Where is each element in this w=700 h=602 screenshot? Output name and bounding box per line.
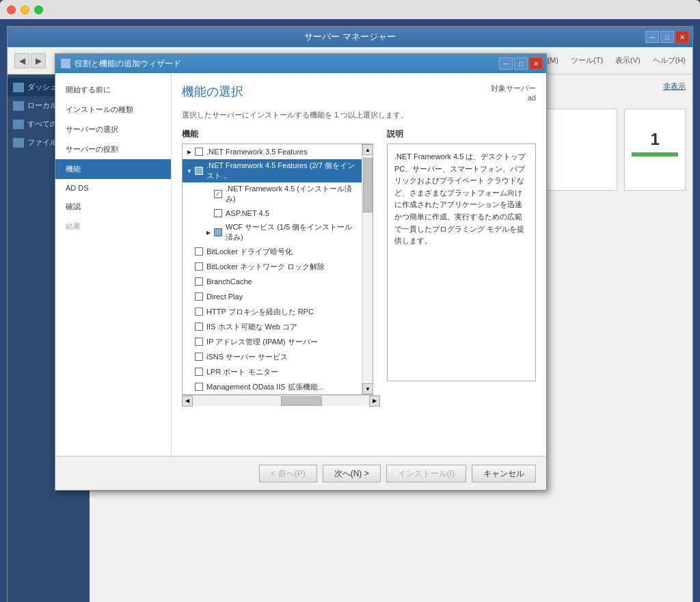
wizard-nav-adds[interactable]: AD DS: [55, 179, 171, 197]
feature-label-bitlocker: BitLocker ドライブ暗号化: [206, 247, 293, 257]
checkbox-aspnet45[interactable]: [214, 209, 222, 217]
wizard-nav-server-select[interactable]: サーバーの選択: [55, 120, 171, 139]
scroll-thumb[interactable]: [363, 158, 373, 213]
wizard-footer: < 前へ(P) 次へ(N) > インストール(I) キャンセル: [55, 456, 546, 490]
wizard-icon: [61, 59, 70, 68]
checkbox-net45-base[interactable]: ✓: [214, 190, 222, 198]
wizard-nav-features[interactable]: 機能: [55, 159, 171, 179]
wizard-nav-results[interactable]: 結果: [55, 217, 171, 236]
feature-label-ipam: IP アドレス管理 (IPAM) サーバー: [206, 337, 318, 347]
target-server-value: ad: [528, 94, 536, 102]
forward-button[interactable]: ▶: [31, 53, 46, 68]
feature-item-net35[interactable]: ▶ .NET Framework 3.5 Features: [183, 144, 362, 159]
scroll-right-button[interactable]: ▶: [369, 396, 380, 407]
wizard-nav-before-start[interactable]: 開始する前に: [55, 80, 171, 100]
checkbox-wcf[interactable]: [214, 228, 222, 236]
description-section: 説明 .NET Framework 4.5 は、デスクトップ PC、サーバー、ス…: [387, 128, 536, 381]
expand-wcf[interactable]: ▶: [204, 228, 213, 236]
feature-item-iis-core[interactable]: ▶ IIS ホスト可能な Web コア: [183, 319, 362, 334]
feature-item-bitlocker[interactable]: ▶ BitLocker ドライブ暗号化: [183, 244, 362, 259]
h-scroll-thumb[interactable]: [281, 396, 322, 406]
wizard-nav-install-type[interactable]: インストールの種類: [55, 100, 171, 120]
feature-panel-wrapper: 機能 ▶ .NET Framework 3.5 Features: [182, 128, 536, 381]
wizard-title: 役割と機能の追加ウィザード: [75, 58, 181, 70]
checkbox-branchcache[interactable]: [195, 277, 203, 286]
expand-net35[interactable]: ▶: [185, 148, 193, 156]
checkbox-iis-core[interactable]: [195, 323, 203, 331]
mac-close-button[interactable]: [7, 5, 16, 14]
wizard-window-controls: ─ □ ✕: [499, 57, 543, 70]
scroll-left-button[interactable]: ◀: [182, 396, 193, 407]
feature-label-isns: iSNS サーバー サービス: [206, 352, 288, 362]
checkbox-isns[interactable]: [195, 353, 203, 361]
back-button[interactable]: ◀: [14, 53, 29, 68]
checkbox-lpr[interactable]: [195, 368, 203, 376]
checkbox-net45[interactable]: [195, 167, 203, 175]
sm-close-button[interactable]: ✕: [675, 31, 689, 43]
feature-item-branchcache[interactable]: ▶ BranchCache: [183, 274, 362, 289]
feature-label-directplay: Direct Play: [206, 292, 243, 301]
feature-list: ▶ .NET Framework 3.5 Features ▼ .NET Fra…: [183, 144, 362, 394]
checkbox-directplay[interactable]: [195, 292, 203, 301]
wizard-body: 開始する前に インストールの種類 サーバーの選択 サーバーの役割 機能 AD D…: [55, 73, 546, 456]
feature-label-net35: .NET Framework 3.5 Features: [206, 148, 308, 156]
wizard-restore-button[interactable]: □: [514, 57, 528, 70]
checkbox-mgmt-odata[interactable]: [195, 383, 203, 391]
feature-item-ipam[interactable]: ▶ IP アドレス管理 (IPAM) サーバー: [183, 334, 362, 349]
feature-section-header: 機能: [182, 128, 380, 140]
checkbox-ipam[interactable]: [195, 338, 203, 346]
feature-item-lpr[interactable]: ▶ LPR ポート モニター: [183, 364, 362, 379]
dashboard-icon: [13, 83, 24, 92]
checkbox-bitlocker[interactable]: [195, 247, 203, 256]
checkbox-bitlocker-network[interactable]: [195, 262, 203, 271]
feature-label-net45: .NET Framework 4.5 Features (2/7 個をインスト.…: [206, 161, 359, 181]
feature-item-wcf[interactable]: ▶ WCF サービス (1/5 個をインストール済み): [183, 221, 362, 244]
server-manager-titlebar: サーバー マネージャー ─ □ ✕: [8, 27, 692, 47]
feature-list-container: ▶ .NET Framework 3.5 Features ▼ .NET Fra…: [182, 143, 373, 395]
feature-horizontal-scrollbar[interactable]: ◀ ▶: [182, 395, 380, 406]
menu-view[interactable]: 表示(V): [615, 55, 641, 66]
wizard-nav-confirm[interactable]: 確認: [55, 197, 171, 217]
progress-bar: [632, 152, 678, 156]
feature-label-aspnet45: ASP.NET 4.5: [226, 209, 269, 217]
install-button[interactable]: インストール(I): [386, 465, 466, 482]
feature-item-isns[interactable]: ▶ iSNS サーバー サービス: [183, 349, 362, 364]
wizard-minimize-button[interactable]: ─: [499, 57, 513, 70]
feature-item-bitlocker-network[interactable]: ▶ BitLocker ネットワーク ロック解除: [183, 259, 362, 274]
wizard-dialog: 役割と機能の追加ウィザード ─ □ ✕ 開始する前に インストールの種類 サーバ…: [55, 53, 547, 491]
sm-restore-button[interactable]: □: [660, 31, 674, 43]
sm-minimize-button[interactable]: ─: [645, 31, 659, 43]
feature-label-iis-core: IIS ホスト可能な Web コア: [206, 322, 297, 332]
next-button[interactable]: 次へ(N) >: [323, 465, 381, 482]
scroll-up-button[interactable]: ▲: [362, 144, 373, 155]
checkbox-http-proxy-rpc[interactable]: [195, 307, 203, 316]
wizard-titlebar: 役割と機能の追加ウィザード ─ □ ✕: [55, 54, 546, 73]
menu-help[interactable]: ヘルプ(H): [653, 55, 686, 66]
feature-item-net45[interactable]: ▼ .NET Framework 4.5 Features (2/7 個をインス…: [183, 159, 362, 182]
target-server-info: 対象サーバー ad: [491, 83, 536, 102]
checkbox-net35[interactable]: [195, 148, 203, 156]
feature-label-wcf: WCF サービス (1/5 個をインストール済み): [226, 222, 359, 243]
wizard-nav: 開始する前に インストールの種類 サーバーの選択 サーバーの役割 機能 AD D…: [55, 73, 172, 456]
feature-item-aspnet45[interactable]: ▶ ASP.NET 4.5: [183, 206, 362, 221]
feature-label-branchcache: BranchCache: [206, 277, 252, 286]
sm-title: サーバー マネージャー: [304, 31, 396, 43]
feature-label-http-proxy-rpc: HTTP プロキシを経由した RPC: [206, 307, 314, 317]
feature-item-http-proxy-rpc[interactable]: ▶ HTTP プロキシを経由した RPC: [183, 304, 362, 319]
prev-button[interactable]: < 前へ(P): [259, 465, 317, 482]
cancel-button[interactable]: キャンセル: [472, 465, 536, 482]
wizard-close-button[interactable]: ✕: [529, 57, 543, 70]
expand-net45[interactable]: ▼: [185, 167, 193, 175]
desktop: 🗑 ごみ箱 サーバー マネージャー ─ □ ✕ ◀ ▶ サーバー マネージャー …: [0, 19, 700, 602]
local-icon: [13, 101, 24, 111]
wizard-nav-server-roles[interactable]: サーバーの役割: [55, 139, 171, 159]
mac-minimize-button[interactable]: [21, 5, 29, 14]
mac-maximize-button[interactable]: [34, 5, 43, 14]
scroll-down-button[interactable]: ▼: [362, 383, 373, 394]
feature-item-mgmt-odata[interactable]: ▶ Management OData IIS 拡張機能...: [183, 379, 362, 394]
feature-item-directplay[interactable]: ▶ Direct Play: [183, 289, 362, 304]
feature-item-net45-base[interactable]: ▶ ✓ .NET Framework 4.5 (インストール済み): [183, 182, 362, 206]
feature-vertical-scrollbar[interactable]: ▲ ▼: [362, 144, 373, 394]
hide-button[interactable]: 非表示: [663, 81, 686, 92]
menu-tools[interactable]: ツール(T): [571, 55, 603, 66]
